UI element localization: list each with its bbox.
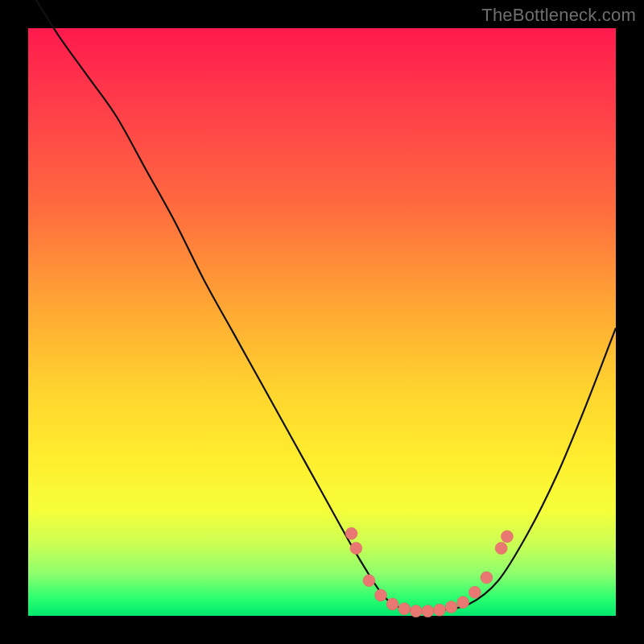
data-dot: [501, 530, 513, 543]
data-dot: [350, 543, 362, 555]
data-dot: [469, 586, 481, 598]
chart-frame: TheBottleneck.com: [0, 0, 644, 644]
data-dot: [398, 603, 411, 615]
data-dot: [434, 604, 446, 616]
data-dot: [457, 597, 469, 609]
data-dot: [495, 543, 507, 555]
data-dot: [481, 572, 493, 584]
data-dot: [345, 527, 357, 539]
data-dot: [375, 589, 387, 601]
bottleneck-curve: [28, 0, 616, 611]
curve-layer: [28, 28, 616, 616]
data-dots: [345, 527, 513, 617]
data-dot: [410, 605, 422, 617]
watermark: TheBottleneck.com: [481, 5, 636, 26]
data-dot: [422, 605, 434, 617]
data-dot: [386, 598, 398, 610]
data-dot: [363, 575, 375, 587]
plot-area: [28, 28, 616, 616]
data-dot: [445, 601, 457, 613]
